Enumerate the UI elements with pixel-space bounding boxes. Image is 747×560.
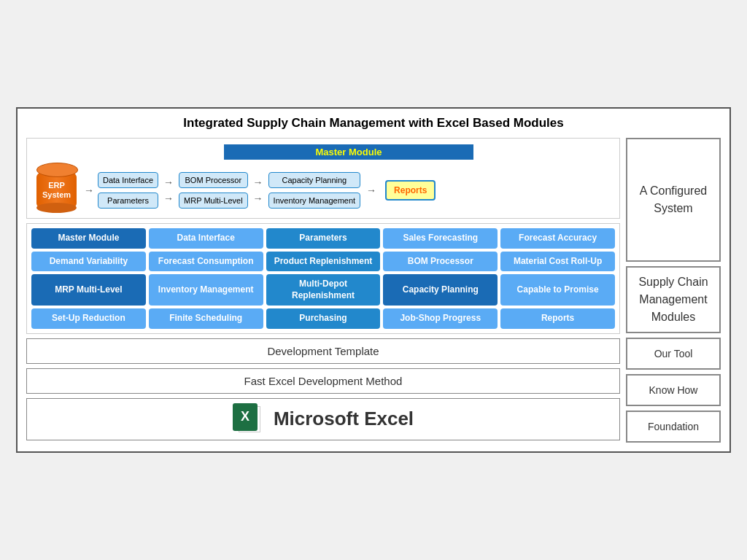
arrow-3a: → [253,176,263,188]
erp-cylinder: ERP System [33,168,80,212]
module-demand-variability[interactable]: Demand Variability [31,252,146,272]
flow-box-inventory: Inventory Management [268,192,361,209]
module-forecast-consumption[interactable]: Forecast Consumption [149,252,263,272]
configured-system-box: A Configured System [626,138,721,262]
dev-template-row: Development Template [26,338,620,364]
our-tool-label: Our Tool [654,348,693,359]
module-parameters[interactable]: Parameters [266,228,381,249]
arrow-3b: → [253,192,263,204]
module-product-replenishment[interactable]: Product Replenishment [266,252,381,272]
master-module-bar: Master Module [224,144,473,160]
module-forecast-accuracy[interactable]: Forecast Accuracy [500,228,615,249]
flow-box-parameters: Parameters [98,192,158,209]
right-panel: A Configured System Supply Chain Managem… [626,138,721,443]
module-material-cost[interactable]: Material Cost Roll-Up [500,252,615,272]
modules-grid: Master Module Data Interface Parameters … [31,228,615,329]
module-inventory-management[interactable]: Inventory Management [149,274,263,306]
flow-box-mrp: MRP Multi-Level [179,192,248,209]
excel-icon-wrapper: X [233,403,265,435]
flow-box-bom: BOM Processor [179,172,248,188]
know-how-label: Know How [649,384,698,396]
arrow-4: → [366,184,376,196]
left-content: Master Module ERP System → Data Interfac [26,138,620,443]
arrow-2a: → [163,176,174,188]
module-multi-depot[interactable]: Multi-Depot Replenishment [266,274,381,306]
module-setup-reduction[interactable]: Set-Up Reduction [31,308,146,329]
content-area: Master Module ERP System → Data Interfac [26,138,721,443]
reports-box: Reports [385,180,436,201]
our-tool-box: Our Tool [626,338,721,370]
know-how-box: Know How [626,374,721,406]
supply-chain-label: Supply Chain Management Modules [633,273,713,326]
flow-box-capacity: Capacity Planning [268,172,361,188]
foundation-box: Foundation [626,411,721,443]
module-capacity-planning[interactable]: Capacity Planning [383,274,498,306]
main-container: Integrated Supply Chain Management with … [16,107,731,453]
module-mrp-multi-level[interactable]: MRP Multi-Level [31,274,146,306]
supply-chain-box: Supply Chain Management Modules [626,266,721,333]
module-master-module[interactable]: Master Module [31,228,146,249]
cylinder-shape: ERP System [36,168,77,212]
module-bom-processor[interactable]: BOM Processor [383,252,498,272]
module-capable-to-promise[interactable]: Capable to Promise [500,274,615,306]
foundation-label: Foundation [648,421,699,432]
module-reports[interactable]: Reports [500,308,615,329]
diagram-section: Master Module ERP System → Data Interfac [26,138,620,219]
module-purchasing[interactable]: Purchasing [266,308,381,329]
module-finite-scheduling[interactable]: Finite Scheduling [149,308,263,329]
erp-label: ERP System [36,181,77,200]
arrow-1: → [84,184,94,196]
fast-excel-row: Fast Excel Development Method [26,368,620,394]
flow-box-data-interface: Data Interface [98,172,158,188]
module-sales-forecasting[interactable]: Sales Forecasting [383,228,498,249]
configured-system-label: A Configured System [633,182,713,217]
excel-row: X Microsoft Excel [26,398,620,440]
excel-x-letter: X [241,409,249,424]
module-job-shop[interactable]: Job-Shop Progress [383,308,498,329]
main-title: Integrated Supply Chain Management with … [26,116,721,131]
excel-label: Microsoft Excel [274,408,414,430]
modules-section: Master Module Data Interface Parameters … [26,223,620,334]
arrow-2b: → [163,192,174,204]
module-data-interface[interactable]: Data Interface [149,228,263,249]
